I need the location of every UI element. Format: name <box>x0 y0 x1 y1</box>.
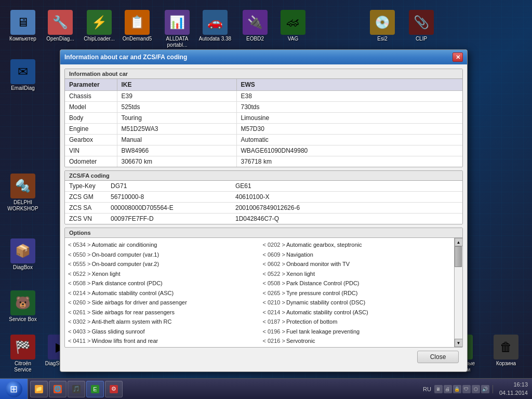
zcs-val2: 20010067849012626-6 <box>231 203 462 214</box>
ike-chassis: E39 <box>117 91 236 102</box>
param-label: Model <box>65 102 117 113</box>
options-content: < 0534 > Automatic air conditioning < 05… <box>65 238 462 347</box>
start-button[interactable]: ⊞ <box>0 379 28 400</box>
header-ews: EWS <box>236 79 462 91</box>
table-row: VIN BW84966 WBAGE61090DN49980 <box>65 145 462 156</box>
tray-icon-antivirus[interactable]: 🛡 <box>462 385 471 393</box>
table-row: Type-Key DG71 GE61 <box>65 181 462 192</box>
zcs-label: ZCS VN <box>65 214 107 224</box>
clock-time: 16:13 <box>499 381 528 389</box>
zcs-val1: 000008000D705564-E <box>107 203 231 214</box>
list-item: < 0214 > Automatic stability control (AS… <box>260 308 455 317</box>
taskbar-icon-media: 🎵 <box>72 385 81 393</box>
taskbar-icon-explorer: 📁 <box>35 385 43 393</box>
taskbar-items: 📁 🌐 🎵 E ⚙ <box>28 379 420 399</box>
list-item: < 0210 > Dynamic stability control (DSC) <box>260 298 455 308</box>
list-item: < 0260 > Side airbags for driver and pas… <box>65 298 260 308</box>
list-item: < 0261 > Side airbags for rear passenger… <box>65 308 260 317</box>
table-row: Body Touring Limousine <box>65 113 462 124</box>
ike-model: 525tds <box>117 102 236 113</box>
modal-close-button[interactable]: ✕ <box>453 52 463 62</box>
taskbar-item-media[interactable]: 🎵 <box>68 381 85 397</box>
table-row: ZCS SA 000008000D705564-E 20010067849012… <box>65 203 462 214</box>
table-row: Chassis E39 E38 <box>65 91 462 102</box>
tray-icon-print[interactable]: 🖨 <box>444 385 452 393</box>
options-left-column: < 0534 > Automatic air conditioning < 05… <box>65 238 260 347</box>
car-info-table: Parameter IKE EWS Chassis E39 E38 <box>65 79 462 167</box>
options-right-column: < 0202 > Automatic gearbox, steptronic <… <box>260 238 455 347</box>
list-item: < 0550 > On-board computer (var.1) <box>65 250 260 260</box>
scroll-down-button[interactable]: ▼ <box>455 339 463 347</box>
modal-title: Information about car and ZCS/FA coding <box>64 54 449 61</box>
taskbar: ⊞ 📁 🌐 🎵 E ⚙ RU 🖥 🖨 � <box>0 378 532 399</box>
param-label: Odometer <box>65 156 117 167</box>
zcs-label: ZCS GM <box>65 192 107 203</box>
ike-engine: M51D25WA3 <box>117 124 236 135</box>
ike-body: Touring <box>117 113 236 124</box>
list-item: < 0302 > Anti-theft alarm system with RC <box>65 317 260 327</box>
ews-gearbox: Automatic <box>236 135 462 145</box>
tray-icon-network[interactable]: 🖥 <box>434 385 443 393</box>
scroll-track <box>455 246 462 339</box>
list-item: < 0522 > Xenon light <box>260 269 455 279</box>
desktop: 🖥 Компьютер 🔧 OpenDiag... ⚡ ChipLoader..… <box>0 0 532 399</box>
ike-odometer: 306670 km <box>117 156 236 167</box>
list-item: < 0508 > Park Distance Control (PDC) <box>260 278 455 288</box>
ews-vin: WBAGE61090DN49980 <box>236 145 462 156</box>
param-label: Chassis <box>65 91 117 102</box>
header-ike: IKE <box>117 79 236 91</box>
zcs-val2: 1D042846C7-Q <box>231 214 462 224</box>
taskbar-icon-app: ⚙ <box>110 385 118 393</box>
ike-gearbox: Manual <box>117 135 236 145</box>
table-row: ZCS VN 00097FE7FF-D 1D042846C7-Q <box>65 214 462 224</box>
taskbar-item-active[interactable]: E <box>86 381 104 397</box>
param-label: Body <box>65 113 117 124</box>
zcs-table: Type-Key DG71 GE61 ZCS GM 56710000-8 406… <box>65 181 462 224</box>
list-item: < 0609 > Navigation <box>260 250 455 260</box>
table-row: Engine M51D25WA3 M57D30 <box>65 124 462 135</box>
taskbar-tray: RU 🖥 🖨 🔒 🛡 ⬡ 🔊 <box>420 385 493 393</box>
options-legend: Options <box>69 230 458 236</box>
taskbar-item-app[interactable]: ⚙ <box>105 381 123 397</box>
modal-overlay: Information about car and ZCS/FA coding … <box>0 0 532 399</box>
clock-date: 04.11.2014 <box>499 389 528 397</box>
list-item: < 0555 > On-board computer (var.2) <box>65 259 260 269</box>
ews-engine: M57D30 <box>236 124 462 135</box>
zcs-section: ZCS/FA coding Type-Key DG71 GE61 ZCS GM … <box>64 170 463 224</box>
zcs-val2: 40610100-X <box>231 192 462 203</box>
ews-model: 730tds <box>236 102 462 113</box>
scroll-up-button[interactable]: ▲ <box>455 238 463 246</box>
taskbar-clock: 16:13 04.11.2014 <box>499 381 528 397</box>
modal-titlebar: Information about car and ZCS/FA coding … <box>60 50 467 64</box>
tray-icon-bluetooth[interactable]: ⬡ <box>472 385 480 393</box>
car-info-section: Information about car Parameter IKE EWS … <box>64 69 463 167</box>
table-row: ZCS GM 56710000-8 40610100-X <box>65 192 462 203</box>
taskbar-item-browser[interactable]: 🌐 <box>49 381 66 397</box>
zcs-val1: 00097FE7FF-D <box>107 214 231 224</box>
taskbar-item-explorer[interactable]: 📁 <box>30 381 48 397</box>
close-button[interactable]: Close <box>417 351 459 363</box>
zcs-val2: GE61 <box>231 181 462 192</box>
ews-body: Limousine <box>236 113 462 124</box>
ews-chassis: E38 <box>236 91 462 102</box>
taskbar-icon-active: E <box>91 385 99 393</box>
param-label: VIN <box>65 145 117 156</box>
ews-odometer: 376718 km <box>236 156 462 167</box>
scroll-thumb[interactable] <box>455 246 462 267</box>
windows-logo: ⊞ <box>10 383 18 395</box>
taskbar-icon-browser: 🌐 <box>54 385 62 393</box>
zcs-legend: ZCS/FA coding <box>65 171 462 181</box>
tray-icon-security[interactable]: 🔒 <box>453 385 461 393</box>
taskbar-clock-area: 16:13 04.11.2014 <box>495 381 532 397</box>
list-item: < 0265 > Tyre pressure control (RDC) <box>260 288 455 298</box>
modal-dialog: Information about car and ZCS/FA coding … <box>60 49 468 372</box>
list-item: < 0508 > Park distance control (PDC) <box>65 278 260 288</box>
options-scrollbar[interactable]: ▲ ▼ <box>454 238 462 347</box>
zcs-label: ZCS SA <box>65 203 107 214</box>
header-parameter: Parameter <box>65 79 117 91</box>
tray-icon-volume[interactable]: 🔊 <box>481 385 489 393</box>
param-label: Gearbox <box>65 135 117 145</box>
ike-vin: BW84966 <box>117 145 236 156</box>
list-item: < 0202 > Automatic gearbox, steptronic <box>260 240 455 250</box>
list-item: < 0214 > Automatic stability control (AS… <box>65 288 260 298</box>
